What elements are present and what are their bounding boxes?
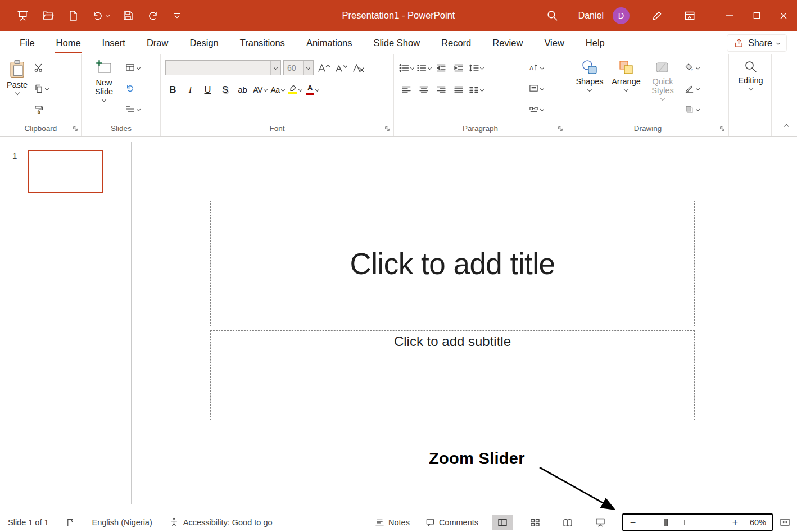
shapes-button[interactable]: Shapes: [572, 58, 608, 92]
slide-thumbnail[interactable]: [28, 150, 103, 193]
slide-show-view-button[interactable]: [590, 515, 611, 530]
shape-fill-button[interactable]: [683, 60, 701, 75]
dialog-launcher-icon: [73, 126, 78, 131]
maximize-button[interactable]: [743, 0, 770, 31]
copy-button[interactable]: [32, 81, 50, 96]
slide-layout-button[interactable]: [124, 60, 142, 75]
columns-button[interactable]: [468, 82, 483, 97]
zoom-slider-handle[interactable]: [664, 519, 668, 526]
shape-outline-button[interactable]: [683, 81, 701, 96]
language-status[interactable]: English (Nigeria): [92, 518, 152, 527]
underline-button[interactable]: U: [200, 82, 215, 97]
decrease-font-size-button[interactable]: [333, 60, 348, 75]
normal-view-button[interactable]: [492, 515, 513, 530]
paste-button[interactable]: Paste: [4, 58, 30, 96]
convert-to-smartart-button[interactable]: [527, 102, 545, 116]
ribbon-display-options-button[interactable]: [683, 10, 696, 22]
arrange-button[interactable]: Arrange: [608, 58, 645, 92]
title-placeholder[interactable]: Click to add title: [210, 201, 695, 326]
tab-insert[interactable]: Insert: [92, 31, 136, 54]
open-button[interactable]: [42, 10, 54, 21]
slide-indicator[interactable]: Slide 1 of 1: [8, 518, 49, 527]
tab-file[interactable]: File: [9, 31, 46, 54]
character-spacing-button[interactable]: AV: [252, 82, 268, 97]
font-size-dropdown[interactable]: [303, 61, 313, 75]
line-spacing-button[interactable]: [468, 60, 483, 75]
strikethrough-button[interactable]: ab: [235, 82, 250, 97]
zoom-out-button[interactable]: −: [629, 517, 637, 528]
drawing-dialog-launcher[interactable]: [719, 126, 725, 131]
font-dialog-launcher[interactable]: [384, 126, 390, 131]
bullets-button[interactable]: [398, 60, 414, 75]
accessibility-icon: [169, 517, 179, 527]
italic-button[interactable]: I: [183, 82, 198, 97]
reading-view-button[interactable]: [557, 515, 578, 530]
save-button[interactable]: [123, 10, 134, 21]
justify-button[interactable]: [451, 82, 466, 97]
increase-indent-button[interactable]: [451, 60, 466, 75]
font-color-button[interactable]: A: [305, 82, 320, 97]
clipboard-dialog-launcher[interactable]: [73, 126, 78, 131]
new-slide-button[interactable]: New Slide: [87, 58, 121, 102]
bold-button[interactable]: B: [165, 82, 180, 97]
align-text-button[interactable]: [527, 81, 545, 96]
tab-record[interactable]: Record: [431, 31, 482, 54]
redo-button[interactable]: [147, 10, 159, 21]
tab-slide-show[interactable]: Slide Show: [363, 31, 431, 54]
clear-formatting-button[interactable]: [351, 60, 366, 75]
font-name-dropdown[interactable]: [270, 61, 280, 75]
align-left-button[interactable]: [398, 82, 414, 97]
text-highlight-button[interactable]: [287, 82, 302, 97]
tab-animations[interactable]: Animations: [296, 31, 363, 54]
collapse-ribbon-button[interactable]: [785, 120, 788, 130]
comments-button[interactable]: Comments: [418, 514, 486, 531]
share-button[interactable]: Share: [727, 34, 787, 52]
zoom-level[interactable]: 60%: [745, 518, 766, 527]
quick-styles-button[interactable]: Quick Styles: [645, 58, 681, 101]
close-button[interactable]: [770, 0, 797, 31]
user-name[interactable]: Daniel: [578, 11, 604, 21]
tab-review[interactable]: Review: [482, 31, 533, 54]
fit-slide-to-window-button[interactable]: [780, 517, 790, 527]
paragraph-dialog-launcher[interactable]: [558, 126, 563, 131]
increase-font-size-button[interactable]: [316, 60, 331, 75]
tab-draw[interactable]: Draw: [136, 31, 179, 54]
reset-slide-button[interactable]: [124, 81, 142, 96]
new-file-button[interactable]: [67, 10, 79, 21]
ink-button[interactable]: [651, 10, 663, 22]
shape-effects-button[interactable]: [683, 102, 701, 116]
zoom-slider[interactable]: [642, 518, 726, 527]
format-painter-button[interactable]: [32, 102, 50, 116]
customize-qat-button[interactable]: [172, 11, 182, 21]
chevron-up-icon: [784, 124, 789, 129]
editing-button[interactable]: Editing: [736, 58, 765, 91]
change-case-button[interactable]: Aa: [270, 82, 285, 97]
tab-home[interactable]: Home: [46, 31, 92, 54]
avatar[interactable]: D: [613, 7, 630, 24]
subtitle-placeholder[interactable]: Click to add subtitle: [210, 330, 695, 420]
font-name-select[interactable]: [165, 60, 281, 75]
tab-view[interactable]: View: [533, 31, 574, 54]
section-button[interactable]: [124, 102, 142, 116]
notes-button[interactable]: Notes: [367, 514, 418, 531]
highlight-color-bar: [288, 92, 297, 94]
tab-design[interactable]: Design: [179, 31, 229, 54]
accessibility-status[interactable]: Accessibility: Good to go: [169, 517, 273, 527]
undo-button[interactable]: [92, 10, 109, 21]
text-direction-button[interactable]: A: [527, 60, 545, 75]
proofing-button[interactable]: [66, 517, 75, 527]
search-button[interactable]: [546, 10, 558, 21]
align-center-button[interactable]: [416, 82, 431, 97]
slide-sorter-view-button[interactable]: [524, 515, 546, 530]
tab-transitions[interactable]: Transitions: [229, 31, 296, 54]
start-slideshow-button[interactable]: [17, 10, 29, 21]
align-right-button[interactable]: [433, 82, 449, 97]
zoom-in-button[interactable]: +: [731, 517, 739, 528]
text-shadow-button[interactable]: S: [218, 82, 233, 97]
minimize-button[interactable]: [716, 0, 743, 31]
cut-button[interactable]: [32, 60, 50, 75]
tab-help[interactable]: Help: [575, 31, 615, 54]
font-size-select[interactable]: 60: [283, 60, 314, 75]
numbering-button[interactable]: [416, 60, 431, 75]
decrease-indent-button[interactable]: [433, 60, 449, 75]
